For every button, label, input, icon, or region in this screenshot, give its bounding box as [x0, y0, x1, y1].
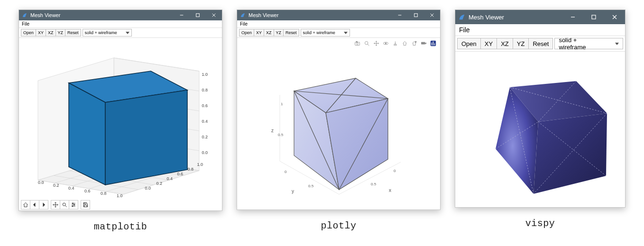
z-tick: 0.8 — [202, 88, 208, 92]
back-icon[interactable] — [30, 200, 39, 210]
yz-button[interactable]: YZ — [513, 38, 529, 49]
x-tick: 0.4 — [68, 186, 74, 191]
reset-button[interactable]: Reset — [65, 29, 81, 36]
yz-button[interactable]: YZ — [55, 29, 66, 36]
menubar: File — [237, 20, 440, 28]
svg-point-47 — [394, 44, 397, 45]
xz-button[interactable]: XZ — [264, 29, 274, 36]
z-tick: 0.5 — [278, 133, 283, 137]
z-tick: 0.2 — [202, 135, 208, 139]
reset-camera-last-icon[interactable] — [411, 40, 417, 46]
app-icon — [22, 12, 28, 18]
menu-file[interactable]: File — [22, 21, 29, 27]
save-icon[interactable] — [81, 200, 90, 210]
svg-rect-52 — [432, 41, 433, 45]
open-button[interactable]: Open — [457, 38, 481, 49]
zoom-icon[interactable] — [60, 200, 69, 210]
chevron-down-icon — [344, 32, 348, 34]
plot-canvas[interactable]: 1.0 0.8 0.6 0.4 0.2 0.0 1.0 0.8 0.6 0.4 … — [19, 38, 222, 199]
menu-file[interactable]: File — [459, 26, 470, 34]
plot-canvas[interactable]: z 1 0.5 y 0 0.5 x 0 0.5 — [237, 38, 440, 210]
svg-marker-27 — [105, 90, 187, 185]
y-tick: 1.0 — [197, 162, 203, 167]
render-mode-label: solid + wireframe — [85, 30, 117, 35]
window-titlebar: Mesh Viewer — [237, 10, 440, 20]
xy-button[interactable]: XY — [36, 29, 46, 36]
forward-icon[interactable] — [39, 200, 48, 210]
menubar: File — [19, 20, 222, 28]
minimize-button[interactable] — [392, 10, 408, 20]
maximize-button[interactable] — [190, 10, 206, 20]
turntable-icon[interactable] — [392, 40, 398, 46]
svg-point-43 — [365, 41, 368, 45]
y-tick: 0.5 — [308, 184, 313, 188]
xz-button[interactable]: XZ — [46, 29, 56, 36]
open-button[interactable]: Open — [239, 29, 254, 36]
y-tick: 0.6 — [177, 172, 183, 176]
menubar: File — [455, 24, 625, 36]
svg-rect-1 — [196, 14, 200, 17]
hover-icon[interactable] — [420, 40, 427, 46]
reset-button[interactable]: Reset — [283, 29, 299, 36]
camera-icon[interactable] — [354, 40, 360, 46]
plot-canvas[interactable] — [455, 52, 625, 207]
toolbar: Open XY XZ YZ Reset solid + wireframe — [455, 36, 625, 52]
x-tick: 0.5 — [371, 182, 376, 186]
orbit-icon[interactable] — [382, 40, 389, 46]
reset-button[interactable]: Reset — [528, 38, 553, 49]
x-tick: 0 — [394, 169, 396, 173]
reset-camera-default-icon[interactable] — [401, 40, 408, 46]
close-button[interactable] — [206, 10, 222, 20]
plotly-modebar — [354, 40, 436, 46]
yz-button[interactable]: YZ — [274, 29, 284, 36]
x-tick: 0.2 — [53, 183, 59, 188]
svg-point-33 — [73, 203, 74, 204]
svg-rect-42 — [356, 41, 357, 42]
menu-file[interactable]: File — [240, 21, 248, 27]
y-tick: 0.0 — [145, 186, 151, 191]
y-tick: 0.4 — [166, 176, 173, 181]
minimize-button[interactable] — [174, 10, 190, 20]
pan-icon[interactable] — [51, 200, 60, 210]
plotly-logo-icon[interactable] — [430, 40, 436, 46]
render-mode-select[interactable]: solid + wireframe — [83, 29, 132, 36]
close-button[interactable] — [604, 10, 625, 24]
svg-point-48 — [415, 41, 416, 42]
x-axis-label: x — [389, 188, 391, 193]
maximize-button[interactable] — [583, 10, 604, 24]
xy-button[interactable]: XY — [254, 29, 264, 36]
render-mode-select[interactable]: solid + wireframe — [301, 29, 350, 36]
toolbar: Open XY XZ YZ Reset solid + wireframe — [19, 28, 222, 38]
zoom-icon[interactable] — [363, 40, 370, 46]
caption: matplotib — [94, 221, 147, 232]
pan-icon[interactable] — [373, 40, 379, 46]
z-tick: 0.0 — [202, 150, 208, 155]
caption: plotly — [321, 220, 356, 231]
svg-rect-65 — [592, 15, 596, 19]
minimize-button[interactable] — [562, 10, 583, 24]
mpl-nav-toolbar — [19, 199, 222, 210]
chevron-down-icon — [126, 32, 129, 34]
window-title: Mesh Viewer — [469, 14, 504, 21]
x-tick: 0.6 — [84, 189, 91, 193]
x-tick: 0.0 — [38, 180, 44, 185]
window-titlebar: Mesh Viewer — [19, 10, 222, 20]
svg-rect-40 — [355, 42, 359, 46]
svg-rect-53 — [434, 43, 434, 45]
app-icon — [458, 13, 466, 21]
svg-point-41 — [356, 43, 358, 45]
render-mode-select[interactable]: solid + wireframe — [554, 38, 623, 49]
chevron-down-icon — [615, 43, 619, 45]
window-titlebar: Mesh Viewer — [455, 10, 625, 24]
home-icon[interactable] — [21, 200, 30, 210]
close-button[interactable] — [424, 10, 440, 20]
xz-button[interactable]: XZ — [497, 38, 513, 49]
window-title: Mesh Viewer — [248, 12, 278, 18]
maximize-button[interactable] — [408, 10, 424, 20]
svg-rect-37 — [414, 14, 418, 17]
svg-point-34 — [74, 204, 75, 205]
open-button[interactable]: Open — [21, 29, 36, 36]
xy-button[interactable]: XY — [480, 38, 497, 49]
configure-icon[interactable] — [69, 200, 78, 210]
svg-rect-51 — [431, 42, 432, 45]
